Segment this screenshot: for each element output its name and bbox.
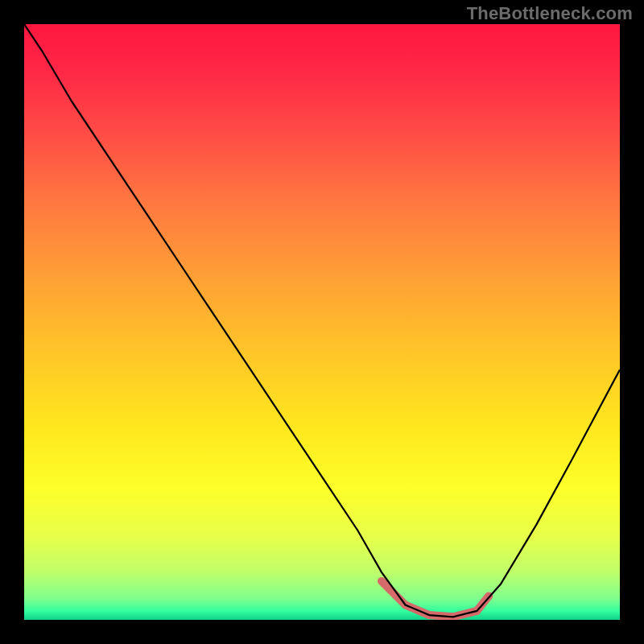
chart-frame: TheBottleneck.com bbox=[0, 0, 644, 644]
bottleneck-curve bbox=[24, 24, 620, 617]
plot-area bbox=[24, 24, 620, 620]
curve-layer bbox=[24, 24, 620, 620]
attribution-text: TheBottleneck.com bbox=[467, 3, 633, 24]
